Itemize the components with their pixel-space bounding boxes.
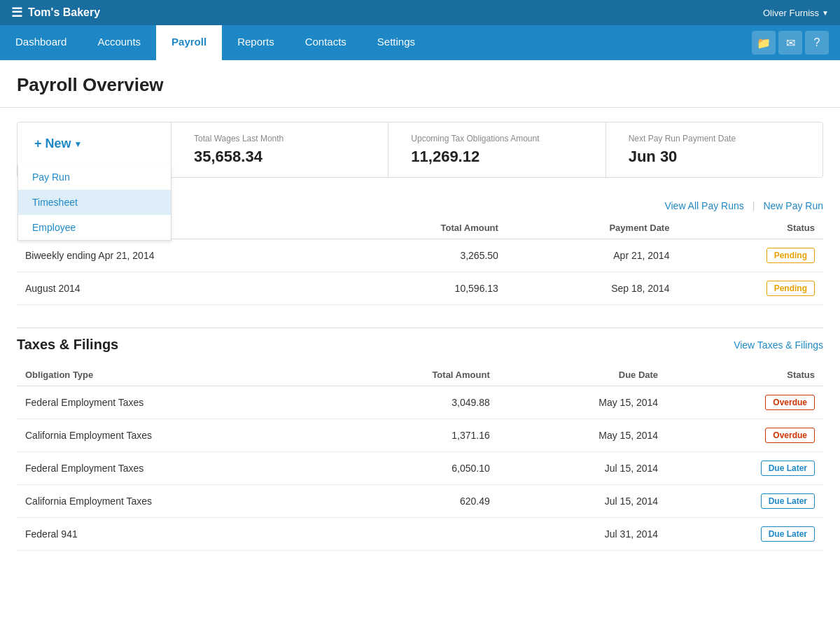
tax-total-amount: 620.49 [334,485,498,518]
nav-item-dashboard[interactable]: Dashboard [0,25,82,60]
user-area[interactable]: Oliver Furniss ▼ [763,8,829,18]
user-name: Oliver Furniss [763,8,819,18]
nav-item-payroll[interactable]: Payroll [156,25,222,60]
hamburger-icon[interactable]: ☰ [11,5,22,20]
status-badge: Due Later [761,526,815,542]
dropdown-item-timesheet[interactable]: Timesheet [18,190,171,215]
pay-run-payment-date: Sep 18, 2014 [507,272,678,305]
taxes-title: Taxes & Filings [17,337,118,353]
status-badge: Due Later [761,461,815,476]
total-wages-value: 35,658.34 [194,148,365,166]
status-badge: Pending [766,281,815,296]
taxes-section-header: Taxes & Filings View Taxes & Filings [17,328,823,364]
taxes-table: Obligation Type Total Amount Due Date St… [17,364,823,551]
folder-icon: 📁 [757,36,771,50]
pay-run-total-amount: 10,596.13 [342,272,507,305]
page-content: Payroll Overview + New ▼ Total Wages Las… [0,60,840,639]
col-payment-date: Payment Date [507,217,678,239]
messages-icon-button[interactable]: ✉ [778,31,802,55]
total-wages-block: Total Wages Last Month 35,658.34 [172,122,388,177]
files-icon-button[interactable]: 📁 [752,31,776,55]
tax-obligation-type: Federal 941 [17,518,334,551]
pay-run-total-amount: 3,265.50 [342,239,507,272]
help-icon: ? [814,36,820,49]
tax-total-amount [334,518,498,551]
next-pay-run-label: Next Pay Run Payment Date [629,134,800,143]
main-content: + New ▼ Total Wages Last Month 35,658.34… [0,108,840,587]
section-divider: | [752,200,755,211]
tax-obligations-block: Upcoming Tax Obligations Amount 11,269.1… [388,122,606,177]
nav-bar: Dashboard Accounts Payroll Reports Conta… [0,25,840,60]
tax-due-date: May 15, 2014 [498,386,666,419]
total-wages-label: Total Wages Last Month [194,134,365,143]
new-button-caret-icon: ▼ [74,139,83,149]
tax-obligation-type: Federal Employment Taxes [17,452,334,485]
app-name: Tom's Bakery [28,6,100,19]
tax-obligations-label: Upcoming Tax Obligations Amount [411,134,582,143]
col-obligation-type: Obligation Type [17,364,334,386]
nav-item-reports[interactable]: Reports [222,25,290,60]
status-badge: Pending [766,248,815,263]
tax-due-date: May 15, 2014 [498,419,666,452]
table-row: Biweekly ending Apr 21, 2014 3,265.50 Ap… [17,239,823,272]
table-row: California Employment Taxes 1,371.16 May… [17,419,823,452]
top-bar: ☰ Tom's Bakery Oliver Furniss ▼ [0,0,840,25]
tax-status: Due Later [666,518,823,551]
tax-obligation-type: Federal Employment Taxes [17,386,334,419]
view-taxes-link[interactable]: View Taxes & Filings [734,339,823,351]
pay-run-status: Pending [678,239,823,272]
pay-run-description: August 2014 [17,272,342,305]
pay-run-description: Biweekly ending Apr 21, 2014 [17,239,342,272]
mail-icon: ✉ [786,36,795,50]
new-button[interactable]: + New ▼ [34,136,82,151]
user-chevron-icon: ▼ [822,9,829,17]
tax-status: Due Later [666,485,823,518]
brand: ☰ Tom's Bakery [11,5,100,20]
nav-item-accounts[interactable]: Accounts [82,25,156,60]
pay-run-status: Pending [678,272,823,305]
status-badge: Overdue [765,428,815,443]
col-taxes-total-amount: Total Amount [334,364,498,386]
taxes-section: Taxes & Filings View Taxes & Filings Obl… [17,328,823,551]
status-badge: Overdue [765,395,815,410]
tax-total-amount: 6,050.10 [334,452,498,485]
new-dropdown-menu: Pay Run Timesheet Employee [18,164,172,241]
tax-due-date: Jul 31, 2014 [498,518,666,551]
tax-total-amount: 1,371.16 [334,419,498,452]
tax-obligations-value: 11,269.12 [411,148,582,166]
tax-due-date: Jul 15, 2014 [498,485,666,518]
nav-icons: 📁 ✉ ? [752,25,840,60]
help-icon-button[interactable]: ? [805,31,829,55]
nav-item-contacts[interactable]: Contacts [290,25,362,60]
tax-total-amount: 3,049.88 [334,386,498,419]
summary-stats: Total Wages Last Month 35,658.34 Upcomin… [172,122,822,177]
col-taxes-status: Status [666,364,823,386]
table-row: Federal Employment Taxes 6,050.10 Jul 15… [17,452,823,485]
col-status: Status [678,217,823,239]
tax-due-date: Jul 15, 2014 [498,452,666,485]
nav-item-settings[interactable]: Settings [362,25,430,60]
col-total-amount: Total Amount [342,217,507,239]
page-header: Payroll Overview [0,60,840,108]
table-row: Federal Employment Taxes 3,049.88 May 15… [17,386,823,419]
summary-widget: + New ▼ Total Wages Last Month 35,658.34… [17,122,823,178]
tax-status: Due Later [666,452,823,485]
dropdown-item-pay-run[interactable]: Pay Run [18,164,171,190]
view-all-pay-runs-link[interactable]: View All Pay Runs [664,200,743,211]
tax-status: Overdue [666,386,823,419]
tax-obligation-type: California Employment Taxes [17,485,334,518]
new-pay-run-link[interactable]: New Pay Run [763,200,823,211]
pay-run-payment-date: Apr 21, 2014 [507,239,678,272]
dropdown-item-employee[interactable]: Employee [18,215,171,240]
col-due-date: Due Date [498,364,666,386]
page-title: Payroll Overview [17,74,823,96]
table-row: August 2014 10,596.13 Sep 18, 2014 Pendi… [17,272,823,305]
table-row: Federal 941 Jul 31, 2014 Due Later [17,518,823,551]
nav-items: Dashboard Accounts Payroll Reports Conta… [0,25,430,60]
status-badge: Due Later [761,493,815,509]
next-pay-run-value: Jun 30 [629,148,800,166]
table-row: California Employment Taxes 620.49 Jul 1… [17,485,823,518]
next-pay-run-block: Next Pay Run Payment Date Jun 30 [606,122,822,177]
tax-status: Overdue [666,419,823,452]
tax-obligation-type: California Employment Taxes [17,419,334,452]
